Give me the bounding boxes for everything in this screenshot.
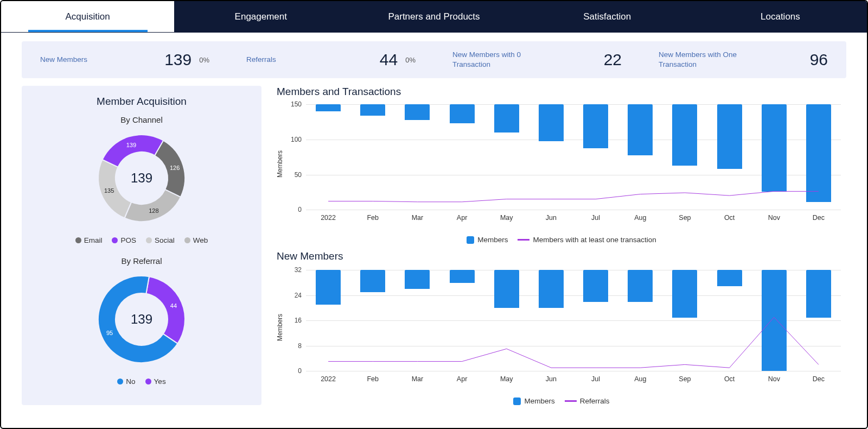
svg-text:126: 126	[170, 165, 180, 172]
svg-text:139: 139	[126, 142, 136, 148]
legend-label: No	[126, 377, 135, 386]
by-referral-title: By Referral	[27, 256, 256, 266]
by-channel-title: By Channel	[27, 115, 256, 124]
kpi-referrals: Referrals 44 0%	[228, 50, 434, 70]
legend-swatch-icon	[117, 378, 123, 384]
legend-swatch-icon	[565, 400, 577, 402]
tabs: Acquisition Engagement Partners and Prod…	[1, 1, 867, 33]
kpi-pct: 0%	[405, 56, 416, 64]
chart-members-transactions: Members and Transactions Members 0501001…	[277, 86, 846, 244]
legend-by-channel: Email POS Social Web	[27, 236, 256, 244]
legend-item-pos: POS	[112, 236, 136, 244]
legend-label: Yes	[154, 377, 166, 386]
legend-label: Referrals	[580, 397, 610, 405]
tab-satisfaction[interactable]: Satisfaction	[521, 1, 694, 32]
legend-item-members: Members	[467, 236, 508, 244]
legend-swatch-icon	[112, 237, 118, 243]
legend-item-no: No	[117, 377, 135, 386]
kpi-label: New Members	[40, 55, 87, 65]
legend-swatch-icon	[518, 239, 529, 241]
legend-label: Members	[524, 397, 554, 405]
donut-center-value: 139	[131, 171, 152, 186]
legend-item-web: Web	[184, 236, 208, 244]
kpi-row: New Members 139 0% Referrals 44 0% New M…	[22, 41, 846, 78]
tab-partners-products[interactable]: Partners and Products	[347, 1, 520, 32]
kpi-label: New Members with 0 Transaction	[452, 50, 545, 70]
legend-members-transactions: Members Members with at least one transa…	[277, 236, 846, 244]
legend-swatch-icon	[467, 236, 474, 244]
legend-label: Web	[193, 236, 208, 244]
chart-plot: Members 0501001502022FebMarAprMayJunJulA…	[282, 99, 841, 229]
kpi-value: 22	[604, 51, 622, 69]
tab-locations[interactable]: Locations	[694, 1, 867, 32]
legend-item-line: Members with at least one transaction	[518, 236, 656, 244]
panel-title: Member Acquisition	[27, 96, 256, 108]
tab-acquisition[interactable]: Acquisition	[1, 1, 174, 32]
svg-text:135: 135	[104, 187, 114, 194]
legend-label: Email	[84, 236, 103, 244]
kpi-one-txn: New Members with One Transaction 96	[640, 50, 846, 70]
legend-swatch-icon	[146, 237, 152, 243]
y-axis-label: Members	[276, 150, 284, 178]
chart-new-members: New Members Members 081624322022FebMarAp…	[277, 250, 846, 405]
legend-item-members: Members	[513, 397, 554, 405]
svg-text:44: 44	[170, 302, 177, 309]
legend-swatch-icon	[145, 378, 151, 384]
kpi-new-members: New Members 139 0%	[22, 50, 228, 70]
legend-label: Social	[155, 236, 175, 244]
legend-label: Members	[477, 236, 508, 244]
donut-by-referral: 4495 139	[90, 268, 193, 371]
kpi-value: 44	[380, 51, 398, 69]
legend-new-members: Members Referrals	[277, 397, 846, 405]
donut-by-channel: 126128135139 139	[90, 127, 193, 230]
legend-swatch-icon	[75, 237, 81, 243]
svg-text:95: 95	[106, 330, 113, 336]
legend-item-social: Social	[146, 236, 175, 244]
legend-label: POS	[120, 236, 136, 244]
kpi-pct: 0%	[199, 56, 209, 64]
right-charts: Members and Transactions Members 0501001…	[277, 86, 846, 405]
kpi-zero-txn: New Members with 0 Transaction 22	[434, 50, 640, 70]
donut-center-value: 139	[131, 312, 152, 327]
kpi-value: 96	[810, 51, 828, 69]
chart-plot: Members 081624322022FebMarAprMayJunJulAu…	[282, 264, 841, 390]
member-acquisition-panel: Member Acquisition By Channel 1261281351…	[22, 86, 261, 405]
kpi-label: New Members with One Transaction	[659, 50, 751, 70]
chart-title: New Members	[277, 250, 846, 262]
legend-item-yes: Yes	[145, 377, 166, 386]
tab-engagement[interactable]: Engagement	[174, 1, 347, 32]
legend-item-referrals: Referrals	[565, 397, 610, 405]
legend-swatch-icon	[513, 398, 521, 405]
main: Member Acquisition By Channel 1261281351…	[1, 78, 867, 405]
kpi-label: Referrals	[246, 55, 276, 65]
legend-by-referral: No Yes	[27, 377, 256, 386]
kpi-value: 139	[164, 51, 192, 69]
svg-text:128: 128	[149, 207, 158, 214]
legend-item-email: Email	[75, 236, 103, 244]
y-axis-label: Members	[276, 314, 284, 341]
legend-swatch-icon	[184, 237, 190, 243]
legend-label: Members with at least one transaction	[533, 236, 656, 244]
chart-title: Members and Transactions	[277, 86, 846, 98]
